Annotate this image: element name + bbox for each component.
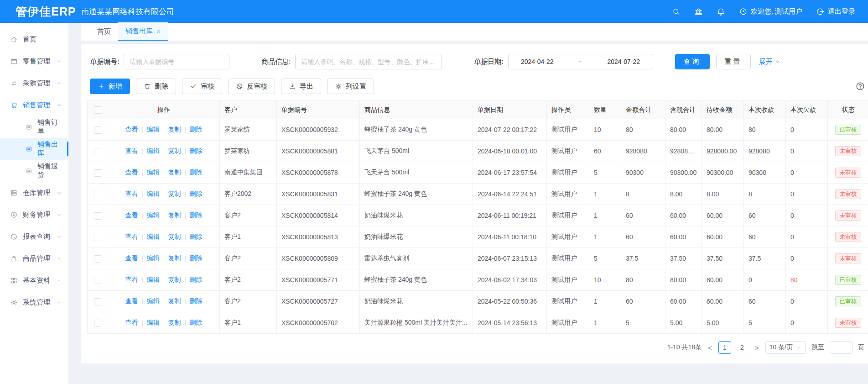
- organization-button[interactable]: [694, 7, 703, 16]
- reset-button[interactable]: 重置: [716, 54, 751, 69]
- tab-home[interactable]: 首页: [90, 22, 118, 41]
- copy-link[interactable]: 复制: [168, 254, 181, 263]
- copy-link[interactable]: 复制: [168, 297, 181, 305]
- view-link[interactable]: 查看: [125, 319, 138, 327]
- view-link[interactable]: 查看: [125, 297, 138, 305]
- help-button[interactable]: [855, 81, 865, 91]
- export-button[interactable]: 导出: [281, 79, 321, 94]
- page-button-2[interactable]: 2: [736, 341, 748, 354]
- edit-link[interactable]: 编辑: [147, 147, 160, 155]
- row-checkbox[interactable]: [94, 191, 101, 198]
- delete-button[interactable]: 删除: [136, 79, 176, 94]
- row-checkbox[interactable]: [94, 169, 101, 177]
- row-checkbox[interactable]: [94, 298, 101, 305]
- table-row: 查看编辑复制删除罗莱家纺XSCK00000005932蜂蜜柚子茶 240g 黄色…: [88, 119, 868, 141]
- row-actions: 查看编辑复制删除: [113, 276, 215, 284]
- view-link[interactable]: 查看: [125, 211, 138, 220]
- row-checkbox[interactable]: [94, 148, 101, 155]
- row-checkbox[interactable]: [94, 255, 101, 263]
- sidebar-item-sales-return[interactable]: 销售退货: [0, 160, 68, 182]
- chevron-down-icon: [56, 190, 62, 196]
- prev-page-button[interactable]: <: [707, 344, 713, 352]
- delete-link[interactable]: 删除: [190, 147, 203, 155]
- sidebar-item-sales[interactable]: 销售管理: [0, 94, 68, 116]
- search-submit-button[interactable]: 查询: [675, 54, 710, 69]
- edit-link[interactable]: 编辑: [147, 211, 160, 220]
- bank-icon: [694, 7, 703, 16]
- page-button-1[interactable]: 1: [718, 341, 731, 354]
- sidebar-item-purchase[interactable]: 采购管理: [0, 72, 68, 94]
- row-checkbox[interactable]: [94, 212, 101, 220]
- copy-link[interactable]: 复制: [168, 211, 181, 220]
- delete-link[interactable]: 删除: [190, 168, 203, 177]
- view-link[interactable]: 查看: [125, 276, 138, 284]
- sidebar-item-goods[interactable]: 商品管理: [0, 247, 68, 269]
- jump-page-input[interactable]: [830, 341, 852, 354]
- user-welcome[interactable]: 欢迎您, 测试用户: [739, 7, 802, 16]
- row-checkbox[interactable]: [94, 277, 101, 284]
- bill-no-input[interactable]: [124, 54, 229, 69]
- sidebar-item-home[interactable]: 首页: [0, 28, 68, 50]
- product-cell: 蜂蜜柚子茶 240g 黄色: [360, 269, 473, 291]
- add-button[interactable]: 新增: [90, 79, 130, 94]
- next-page-button[interactable]: >: [754, 344, 760, 352]
- date-to[interactable]: 2024-07-22: [607, 58, 640, 65]
- tab-close-icon[interactable]: ×: [156, 28, 161, 35]
- edit-link[interactable]: 编辑: [147, 254, 160, 263]
- edit-link[interactable]: 编辑: [147, 233, 160, 241]
- edit-link[interactable]: 编辑: [147, 190, 160, 198]
- sidebar-item-report[interactable]: 报表查询: [0, 226, 68, 247]
- unaudit-button[interactable]: 反审核: [228, 79, 275, 94]
- sidebar-item-basic[interactable]: 基本资料: [0, 269, 68, 291]
- page-size-select[interactable]: 10 条/页: [765, 341, 806, 354]
- audit-button[interactable]: 审核: [182, 79, 222, 94]
- copy-link[interactable]: 复制: [168, 168, 181, 177]
- view-link[interactable]: 查看: [125, 126, 138, 134]
- delete-link[interactable]: 删除: [190, 276, 203, 284]
- delete-link[interactable]: 删除: [190, 297, 203, 305]
- copy-link[interactable]: 复制: [168, 147, 181, 155]
- delete-link[interactable]: 删除: [190, 254, 203, 263]
- select-all-checkbox[interactable]: [94, 106, 101, 114]
- edit-link[interactable]: 编辑: [147, 276, 160, 284]
- sidebar-item-retail[interactable]: 零售管理: [0, 50, 68, 72]
- copy-link[interactable]: 复制: [168, 233, 181, 241]
- row-checkbox[interactable]: [94, 234, 101, 241]
- product-info-input[interactable]: [295, 54, 442, 69]
- row-checkbox[interactable]: [94, 126, 101, 134]
- tab-sales-outbound[interactable]: 销售出库 ×: [118, 22, 168, 41]
- notifications-button[interactable]: [717, 7, 725, 16]
- view-link[interactable]: 查看: [125, 254, 138, 263]
- edit-link[interactable]: 编辑: [147, 126, 160, 134]
- edit-link[interactable]: 编辑: [147, 297, 160, 305]
- copy-link[interactable]: 复制: [168, 126, 181, 134]
- delete-link[interactable]: 删除: [190, 126, 203, 134]
- view-link[interactable]: 查看: [125, 147, 138, 155]
- delete-link[interactable]: 删除: [190, 211, 203, 220]
- view-link[interactable]: 查看: [125, 168, 138, 177]
- row-checkbox[interactable]: [94, 320, 101, 327]
- logout-button[interactable]: 退出登录: [816, 7, 855, 16]
- delete-link[interactable]: 删除: [190, 319, 203, 327]
- copy-link[interactable]: 复制: [168, 319, 181, 327]
- row-actions: 查看编辑复制删除: [113, 190, 215, 198]
- column-settings-button[interactable]: 列设置: [327, 79, 374, 94]
- sidebar-item-finance[interactable]: 财务管理: [0, 204, 68, 226]
- edit-link[interactable]: 编辑: [147, 319, 160, 327]
- sidebar-item-warehouse[interactable]: 仓库管理: [0, 182, 68, 204]
- sidebar-item-sales-order[interactable]: 销售订单: [0, 116, 68, 138]
- delete-link[interactable]: 删除: [190, 233, 203, 241]
- search-button[interactable]: [672, 7, 681, 16]
- view-link[interactable]: 查看: [125, 190, 138, 198]
- date-range-picker[interactable]: 2024-04-22 ~ 2024-07-22: [508, 54, 653, 69]
- copy-link[interactable]: 复制: [168, 190, 181, 198]
- expand-link[interactable]: 展开: [759, 58, 780, 66]
- sidebar-item-system[interactable]: 系统管理: [0, 291, 68, 313]
- edit-link[interactable]: 编辑: [147, 168, 160, 177]
- sidebar-item-sales-outbound[interactable]: 销售出库: [0, 138, 68, 160]
- column-header-12: 状态: [828, 101, 868, 119]
- copy-link[interactable]: 复制: [168, 276, 181, 284]
- view-link[interactable]: 查看: [125, 233, 138, 241]
- date-from[interactable]: 2024-04-22: [521, 58, 554, 65]
- delete-link[interactable]: 删除: [190, 190, 203, 198]
